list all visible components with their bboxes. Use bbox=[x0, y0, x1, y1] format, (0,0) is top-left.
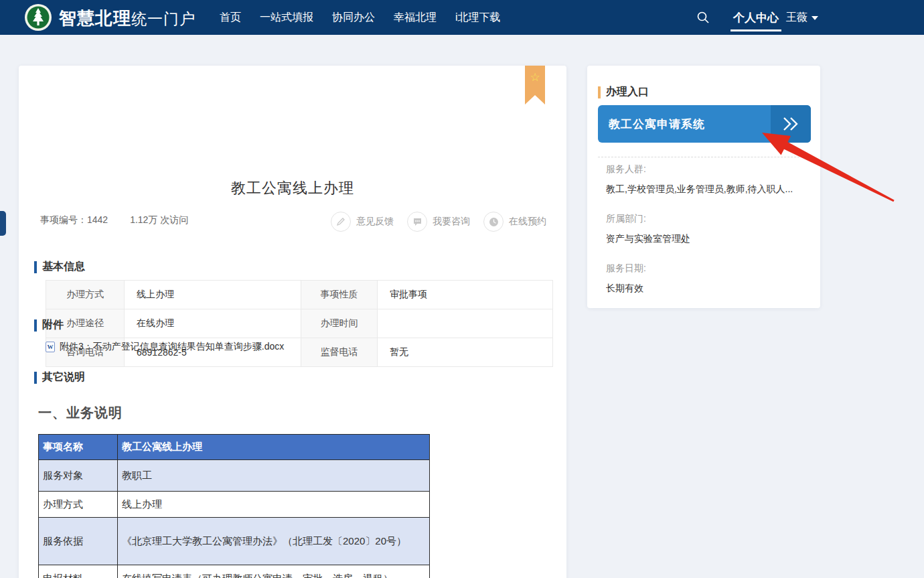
consult-label: 我要咨询 bbox=[433, 216, 470, 228]
detail-meta: 事项编号：1442 1.12万 次访问 bbox=[40, 214, 188, 226]
attachments-heading: 附件 bbox=[34, 318, 64, 332]
cell-value: 教职工 bbox=[118, 460, 430, 492]
field-label: 服务日期: bbox=[606, 263, 810, 275]
cell-label: 办理时间 bbox=[301, 309, 378, 338]
visit-count: 1.12万 次访问 bbox=[130, 214, 188, 226]
other-notes-title: 其它说明 bbox=[42, 370, 85, 384]
nav-item-office[interactable]: 协同办公 bbox=[332, 11, 375, 25]
cell-label: 服务对象 bbox=[39, 460, 118, 492]
nav-item-onestop[interactable]: 一站式填报 bbox=[260, 11, 313, 25]
other-notes-heading: 其它说明 bbox=[34, 370, 85, 384]
entry-title: 办理入口 bbox=[606, 85, 649, 99]
cell-value: 审批事项 bbox=[378, 281, 553, 309]
table-row: 办理方式 线上办理 事项性质 审批事项 bbox=[46, 281, 553, 309]
star-icon: ☆ bbox=[530, 72, 540, 83]
field-value: 长期有效 bbox=[606, 283, 810, 295]
favorite-ribbon[interactable]: ☆ bbox=[525, 66, 545, 104]
brand-subname: 统一门户 bbox=[131, 10, 196, 27]
entry-button-label: 教工公寓申请系统 bbox=[598, 117, 705, 132]
item-number: 事项编号：1442 bbox=[40, 214, 108, 226]
section-bar bbox=[34, 261, 37, 273]
entry-panel: 办理入口 教工公寓申请系统 服务人群: 教工,学校管理员,业务管理员,教师,待入… bbox=[587, 66, 820, 308]
chevron-down-icon bbox=[812, 16, 818, 20]
cell-label: 办理方式 bbox=[39, 492, 118, 518]
table-header-row: 事项名称 教工公寓线上办理 bbox=[39, 435, 430, 460]
nav-item-happy[interactable]: 幸福北理 bbox=[394, 11, 437, 25]
portal-brand: 智慧北理统一门户 bbox=[59, 7, 196, 30]
section-bar bbox=[34, 319, 37, 332]
reserve-label: 在线预约 bbox=[509, 216, 546, 228]
word-doc-icon: W bbox=[46, 342, 55, 352]
nav-item-download[interactable]: i北理下载 bbox=[455, 11, 501, 25]
field-value: 资产与实验室管理处 bbox=[606, 233, 810, 245]
table-row: 服务依据 《北京理工大学教工公寓管理办法》（北理工发〔2020〕20号） bbox=[39, 518, 430, 565]
search-icon[interactable] bbox=[691, 5, 715, 29]
business-description-table: 事项名称 教工公寓线上办理 服务对象 教职工 办理方式 线上办理 服务依据 《北… bbox=[38, 434, 430, 578]
table-row: 办理途径 在线办理 办理时间 bbox=[46, 309, 553, 338]
header-cell: 教工公寓线上办理 bbox=[118, 435, 430, 460]
consult-button[interactable]: 我要咨询 bbox=[407, 212, 470, 232]
basic-info-title: 基本信息 bbox=[42, 260, 85, 274]
field-label: 所属部门: bbox=[606, 213, 810, 225]
page-title: 教工公寓线上办理 bbox=[19, 178, 566, 198]
cell-value bbox=[378, 309, 553, 338]
top-nav: 智慧北理统一门户 首页 一站式填报 协同办公 幸福北理 i北理下载 个人中心 王… bbox=[0, 0, 924, 35]
service-info: 服务人群: 教工,学校管理员,业务管理员,教师,待入职人... 所属部门: 资产… bbox=[606, 163, 810, 312]
cell-value: 线上办理 bbox=[118, 492, 430, 518]
chat-icon bbox=[407, 212, 427, 232]
cell-label: 服务依据 bbox=[39, 518, 118, 565]
tab-personal-center[interactable]: 个人中心 bbox=[730, 0, 781, 35]
feedback-label: 意见反馈 bbox=[356, 216, 394, 228]
service-detail-card: ☆ 教工公寓线上办理 事项编号：1442 1.12万 次访问 意见反馈 我要咨询… bbox=[19, 66, 566, 578]
cell-label: 事项性质 bbox=[301, 281, 378, 309]
attachment-file-name: 附件3：不动产登记信息查询结果告知单查询步骤.docx bbox=[60, 341, 284, 353]
reserve-button[interactable]: 在线预约 bbox=[483, 212, 546, 232]
section-bar bbox=[598, 86, 601, 98]
feedback-button[interactable]: 意见反馈 bbox=[331, 212, 394, 232]
basic-info-table: 办理方式 线上办理 事项性质 审批事项 办理途径 在线办理 办理时间 咨询电话 … bbox=[46, 280, 553, 367]
side-drawer-handle[interactable] bbox=[0, 211, 6, 236]
brand-name: 智慧北理 bbox=[59, 8, 131, 28]
user-menu[interactable]: 王薇 bbox=[786, 0, 818, 35]
detail-actions: 意见反馈 我要咨询 在线预约 bbox=[331, 212, 546, 232]
table-row: 服务对象 教职工 bbox=[39, 460, 430, 492]
cell-value: 线上办理 bbox=[125, 281, 301, 309]
basic-info-heading: 基本信息 bbox=[34, 260, 85, 274]
attachment-link[interactable]: W 附件3：不动产登记信息查询结果告知单查询步骤.docx bbox=[46, 341, 284, 353]
cell-value: 暂无 bbox=[378, 338, 553, 367]
user-name: 王薇 bbox=[786, 11, 807, 25]
double-chevron-right-icon bbox=[771, 105, 811, 143]
business-description-heading: 一、业务说明 bbox=[38, 404, 123, 422]
clock-icon bbox=[483, 212, 504, 232]
divider bbox=[598, 157, 810, 157]
university-logo-icon bbox=[24, 3, 52, 31]
entry-heading: 办理入口 bbox=[598, 85, 649, 99]
section-bar bbox=[34, 372, 37, 384]
table-row: 申报材料 在线填写申请表（可办理教师公寓申请、审批、选房、退租） bbox=[39, 565, 430, 578]
cell-label: 监督电话 bbox=[301, 338, 378, 367]
cell-label: 办理方式 bbox=[46, 281, 125, 309]
attachments-title: 附件 bbox=[42, 318, 64, 332]
main-menu: 首页 一站式填报 协同办公 幸福北理 i北理下载 bbox=[220, 0, 501, 35]
pencil-icon bbox=[331, 212, 351, 232]
header-cell: 事项名称 bbox=[39, 435, 118, 460]
cell-value: 在线办理 bbox=[125, 309, 301, 338]
table-row: 办理方式 线上办理 bbox=[39, 492, 430, 518]
cell-label: 申报材料 bbox=[39, 565, 118, 578]
field-value: 教工,学校管理员,业务管理员,教师,待入职人... bbox=[606, 184, 810, 196]
cell-value: 在线填写申请表（可办理教师公寓申请、审批、选房、退租） bbox=[118, 565, 430, 578]
apartment-apply-system-button[interactable]: 教工公寓申请系统 bbox=[598, 105, 811, 143]
cell-value: 《北京理工大学教工公寓管理办法》（北理工发〔2020〕20号） bbox=[118, 518, 430, 565]
nav-item-home[interactable]: 首页 bbox=[220, 11, 241, 25]
field-label: 服务人群: bbox=[606, 163, 810, 175]
